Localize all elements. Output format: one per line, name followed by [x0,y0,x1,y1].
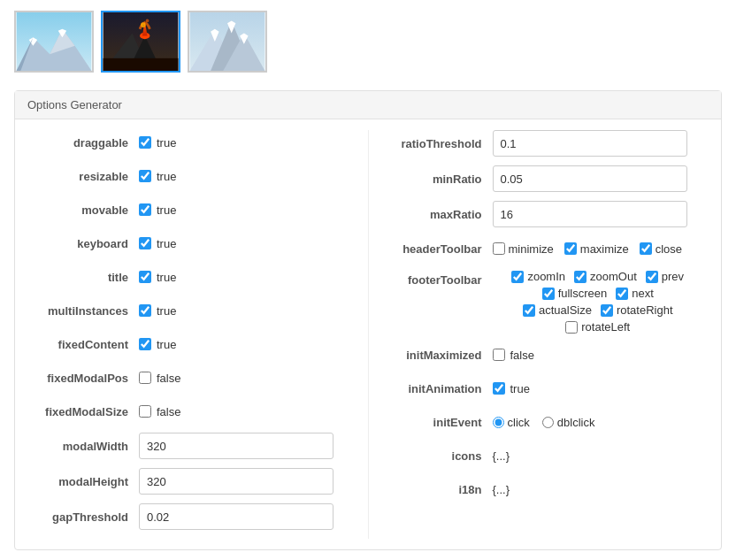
checkbox-title[interactable] [139,271,151,283]
checkbox-prev[interactable] [646,271,658,283]
label-maxratio: maxRatio [387,208,493,221]
checkbox-next[interactable] [616,288,628,300]
checkbox-close[interactable] [640,242,652,255]
radio-item-click: click [493,416,530,429]
checkbox-fullscreen[interactable] [542,288,555,300]
row-icons: icons {...} [387,443,704,468]
row-initmaximized: initMaximized false [387,342,704,367]
toolbar-item-actualsize: actualSize [523,303,592,317]
text-zoomin: zoomIn [527,270,565,283]
text-resizable: true [157,170,176,183]
label-modalheight: modalHeight [33,475,139,488]
options-header: Options Generator [15,91,721,119]
thumb-volcano[interactable] [101,11,180,73]
value-headertoolbar: minimize maximize close [493,242,704,256]
text-multiinstances: true [157,304,176,318]
text-fullscreen: fullscreen [558,287,608,300]
text-maximize: maximize [580,242,629,256]
text-keyboard: true [157,237,176,250]
text-actualsize: actualSize [539,303,592,317]
value-fixedmodalsize: false [139,405,350,418]
input-maxratio[interactable] [493,201,687,227]
checkbox-fixedcontent[interactable] [139,338,151,350]
value-i18n: {...} [493,483,704,496]
text-prev: prev [662,270,684,283]
checkbox-fixedmodalsize[interactable] [139,405,151,418]
checkbox-rotateleft[interactable] [565,321,578,334]
checkbox-resizable[interactable] [139,170,151,182]
row-footertoolbar: footerToolbar zoomIn zoomOut [387,270,704,334]
toolbar-item-zoomin: zoomIn [511,270,565,283]
label-multiinstances: multiInstances [33,304,139,318]
checkbox-maximize[interactable] [564,242,577,255]
value-initevent: click dblclick [493,416,704,429]
radio-item-dblclick: dblclick [542,416,595,429]
row-maxratio: maxRatio [387,201,704,227]
input-minratio[interactable] [493,165,687,192]
image-strip [0,0,736,83]
toolbar-item-rotateleft: rotateLeft [565,320,630,334]
checkbox-keyboard[interactable] [139,237,151,249]
checkbox-draggable[interactable] [139,136,151,149]
label-gapthreshold: gapThreshold [33,510,139,524]
value-modalwidth [139,433,350,459]
label-modalwidth: modalWidth [33,440,139,453]
label-resizable: resizable [33,170,139,183]
label-draggable: draggable [33,136,139,150]
checkbox-multiinstances[interactable] [139,304,151,317]
label-title: title [33,271,139,284]
text-zoomout: zoomOut [590,270,637,283]
label-footertoolbar: footerToolbar [387,270,493,287]
checkbox-initmaximized[interactable] [493,349,505,361]
checkbox-fixedmodalpos[interactable] [139,372,151,384]
checkbox-actualsize[interactable] [523,304,535,317]
row-minratio: minRatio [387,165,704,192]
footer-toolbar-line-1: zoomIn zoomOut prev [511,270,684,283]
row-initanimation: initAnimation true [387,376,704,401]
value-title: true [139,271,350,284]
checkbox-movable[interactable] [139,203,151,216]
thumb-snow-mountain[interactable] [14,11,94,73]
value-minratio [493,165,704,192]
checkbox-zoomin[interactable] [511,271,524,283]
radio-click[interactable] [493,417,504,428]
text-i18n: {...} [493,483,510,496]
value-draggable: true [139,136,350,150]
checkbox-initanimation[interactable] [493,382,505,395]
row-fixedcontent: fixedContent true [33,332,350,357]
svg-point-11 [141,22,146,27]
footer-toolbar-line-4: rotateLeft [565,320,630,334]
checkbox-minimize[interactable] [493,242,505,255]
checkbox-rotateright[interactable] [601,304,613,317]
value-fixedmodalpos: false [139,372,350,385]
checkbox-zoomout[interactable] [574,271,586,283]
radio-dblclick[interactable] [542,417,554,428]
input-ratiothreshold[interactable] [493,130,687,157]
options-panel: Options Generator draggable true resizab… [14,90,722,550]
footer-toolbar-line-3: actualSize rotateRight [523,303,673,317]
label-icons: icons [387,449,493,463]
input-modalheight[interactable] [139,468,334,495]
text-close: close [656,242,682,256]
row-fixedmodalsize: fixedModalSize false [33,399,350,424]
footer-toolbar-line-2: fullscreen next [542,287,654,300]
toolbar-item-fullscreen: fullscreen [542,287,608,300]
text-movable: true [157,203,176,217]
value-gapthreshold [139,503,350,530]
text-click: click [508,416,530,429]
value-fixedcontent: true [139,338,350,351]
text-initmaximized: false [510,349,534,362]
row-modalwidth: modalWidth [33,433,350,459]
toolbar-item-next: next [616,287,654,300]
thumb-snowy-peaks[interactable] [188,11,267,73]
label-initevent: initEvent [387,416,493,429]
text-dblclick: dblclick [557,416,595,429]
options-body: draggable true resizable true movable [15,119,721,549]
row-headertoolbar: headerToolbar minimize maximize close [387,236,704,261]
value-initanimation: true [493,382,704,395]
label-headertoolbar: headerToolbar [387,242,493,256]
input-gapthreshold[interactable] [139,503,334,530]
input-modalwidth[interactable] [139,433,334,459]
row-i18n: i18n {...} [387,477,704,502]
label-ratiothreshold: ratioThreshold [387,137,493,150]
